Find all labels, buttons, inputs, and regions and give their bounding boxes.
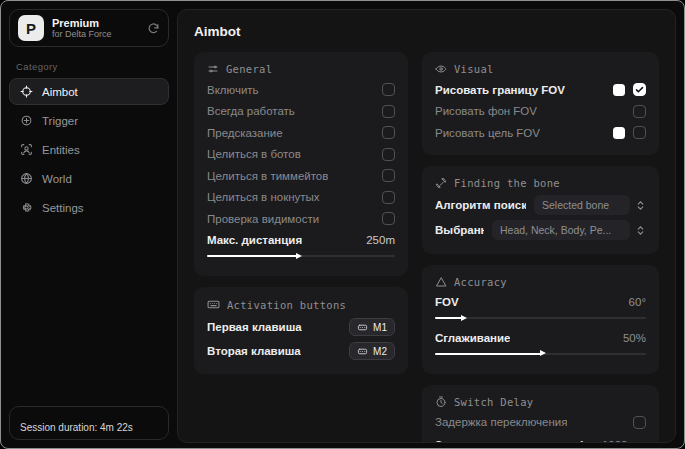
stopwatch-icon <box>435 396 447 408</box>
setting-row: Макс. дистанция 250m <box>207 230 395 252</box>
setting-label: FOV <box>435 296 459 308</box>
triangle-icon <box>435 276 447 288</box>
bone-algorithm-select[interactable]: Selected bone <box>534 195 630 215</box>
setting-row: Всегда работать <box>207 101 395 123</box>
setting-row: Предсказание <box>207 122 395 144</box>
checkbox-draw-fov-background[interactable] <box>633 105 646 118</box>
sidebar-item-settings[interactable]: Settings <box>9 194 169 221</box>
checkbox-visibility-check[interactable] <box>382 212 395 225</box>
setting-row: Рисовать границу FOV <box>435 79 646 101</box>
checkbox-draw-fov-target[interactable] <box>633 126 646 139</box>
checkbox-draw-fov-border[interactable] <box>633 83 646 96</box>
section-header: General <box>226 63 272 75</box>
setting-row: Включить <box>207 79 395 101</box>
setting-label: Рисовать границу FOV <box>435 84 565 96</box>
refresh-icon[interactable] <box>147 22 160 35</box>
sidebar-item-trigger[interactable]: Trigger <box>9 107 169 134</box>
page-title: Aimbot <box>194 24 659 39</box>
sidebar-item-label: World <box>42 173 72 185</box>
setting-row: Сглаживание 50% <box>435 327 646 349</box>
entities-person-icon <box>20 143 33 156</box>
setting-label: Рисовать цель FOV <box>435 127 540 139</box>
setting-label: Первая клавиша <box>207 321 302 333</box>
section-header: Finding the bone <box>454 177 560 189</box>
setting-label: Целиться в нокнутых <box>207 191 320 203</box>
sliders-icon <box>207 63 219 75</box>
setting-label: Задержка переключения (мс) <box>435 439 594 443</box>
setting-row: Алгоритм поиска костей Selected bone <box>435 193 646 218</box>
setting-label: Макс. дистанция <box>207 234 302 246</box>
setting-label: Задержка переключения <box>435 416 567 428</box>
selected-value: Head, Neck, Body, Pe... <box>500 224 611 236</box>
app-window: P Premium for Delta Force Category Aimbo… <box>0 0 685 449</box>
activation-buttons-card: Activation buttons Первая клавиша M1 <box>194 287 408 374</box>
setting-label: Сглаживание <box>435 332 510 344</box>
brand-logo: P <box>18 15 44 41</box>
mouse-key-icon <box>357 322 368 333</box>
selected-bones-select[interactable]: Head, Neck, Body, Pe... <box>492 220 630 240</box>
checkbox-switch-delay[interactable] <box>633 416 646 429</box>
smoothing-value: 50% <box>623 332 646 344</box>
setting-row: Проверка видимости <box>207 208 395 230</box>
unfold-chevrons-icon[interactable] <box>635 225 646 236</box>
setting-row: Вторая клавиша M2 <box>207 339 395 363</box>
session-duration-box: Session duration: 4m 22s <box>9 406 169 440</box>
setting-row: FOV 60° <box>435 292 646 314</box>
sidebar-nav: Aimbot Trigger Entities <box>9 78 169 221</box>
section-header: Accuracy <box>454 276 507 288</box>
checkbox-target-bots[interactable] <box>382 148 395 161</box>
setting-label: Всегда работать <box>207 105 295 117</box>
checkbox-always-work[interactable] <box>382 105 395 118</box>
setting-row: Первая клавиша M1 <box>207 315 395 339</box>
max-distance-slider[interactable] <box>207 252 395 260</box>
setting-row: Задержка переключения <box>435 412 646 434</box>
category-label: Category <box>16 61 169 72</box>
setting-label: Предсказание <box>207 127 283 139</box>
fov-border-color-swatch[interactable] <box>613 84 625 96</box>
switch-delay-value: 1000 ms <box>602 439 646 443</box>
globe-icon <box>20 172 33 185</box>
brand-subtitle: for Delta Force <box>52 29 139 39</box>
accuracy-card: Accuracy FOV 60° Сглаживание 5 <box>422 265 659 374</box>
setting-row: Задержка переключения (мс) 1000 ms <box>435 433 646 443</box>
setting-row: Рисовать цель FOV <box>435 122 646 144</box>
checkbox-prediction[interactable] <box>382 126 395 139</box>
fov-target-color-swatch[interactable] <box>613 127 625 139</box>
setting-row: Целиться в тиммейтов <box>207 165 395 187</box>
keybind-second-key[interactable]: M2 <box>349 342 395 360</box>
setting-row: Целиться в ботов <box>207 144 395 166</box>
sidebar-item-label: Entities <box>42 144 80 156</box>
setting-label: Включить <box>207 84 259 96</box>
brand-box: P Premium for Delta Force <box>9 9 169 47</box>
setting-label: Рисовать фон FOV <box>435 105 537 117</box>
setting-row: Выбранные кости Head, Neck, Body, Pe... <box>435 218 646 243</box>
keybind-first-key[interactable]: M1 <box>349 318 395 336</box>
sidebar-item-entities[interactable]: Entities <box>9 136 169 163</box>
section-header: Switch Delay <box>454 396 533 408</box>
eye-icon <box>435 63 447 75</box>
sidebar-item-label: Settings <box>42 202 84 214</box>
smoothing-slider[interactable] <box>435 350 646 358</box>
section-header: Activation buttons <box>227 299 346 311</box>
unfold-chevrons-icon[interactable] <box>635 200 646 211</box>
fov-slider[interactable] <box>435 314 646 322</box>
keybind-value: M1 <box>373 322 387 333</box>
main-panel: Aimbot General Включить <box>177 9 676 443</box>
visual-card: Visual Рисовать границу FOV Рисовать фон… <box>422 52 659 155</box>
sidebar-item-world[interactable]: World <box>9 165 169 192</box>
finding-bone-card: Finding the bone Алгоритм поиска костей … <box>422 166 659 254</box>
setting-label: Алгоритм поиска костей <box>435 199 526 211</box>
keybind-value: M2 <box>373 346 387 357</box>
trigger-crosshair-icon <box>20 114 33 127</box>
general-card: General Включить Всегда работать Предска… <box>194 52 408 276</box>
checkbox-enable[interactable] <box>382 83 395 96</box>
checkbox-target-knocked[interactable] <box>382 191 395 204</box>
sidebar: P Premium for Delta Force Category Aimbo… <box>1 1 177 448</box>
checkbox-target-teammates[interactable] <box>382 169 395 182</box>
setting-label: Выбранные кости <box>435 224 484 236</box>
sidebar-item-aimbot[interactable]: Aimbot <box>9 78 169 105</box>
keyboard-icon <box>207 298 220 311</box>
setting-label: Целиться в ботов <box>207 148 301 160</box>
sidebar-item-label: Aimbot <box>42 86 78 98</box>
bone-icon <box>435 177 447 189</box>
